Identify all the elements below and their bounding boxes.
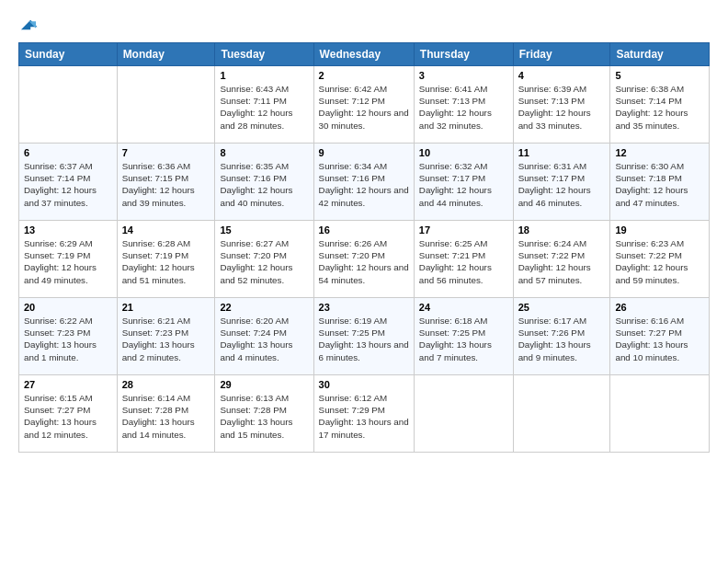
day-info: Sunrise: 6:41 AM Sunset: 7:13 PM Dayligh…	[419, 83, 508, 132]
calendar-header-friday: Friday	[513, 43, 610, 66]
day-number: 8	[220, 147, 308, 158]
day-info: Sunrise: 6:43 AM Sunset: 7:11 PM Dayligh…	[220, 83, 308, 132]
day-info: Sunrise: 6:38 AM Sunset: 7:14 PM Dayligh…	[615, 83, 704, 132]
day-info: Sunrise: 6:39 AM Sunset: 7:13 PM Dayligh…	[518, 83, 606, 132]
day-number: 18	[518, 224, 606, 236]
day-number: 27	[24, 379, 112, 390]
calendar-cell: 14Sunrise: 6:28 AM Sunset: 7:19 PM Dayli…	[117, 221, 215, 298]
day-info: Sunrise: 6:42 AM Sunset: 7:12 PM Dayligh…	[319, 83, 409, 132]
day-number: 30	[319, 379, 409, 390]
calendar-header-saturday: Saturday	[610, 43, 710, 66]
calendar-cell: 17Sunrise: 6:25 AM Sunset: 7:21 PM Dayli…	[414, 221, 513, 298]
calendar-week-row: 20Sunrise: 6:22 AM Sunset: 7:23 PM Dayli…	[19, 298, 710, 375]
day-number: 22	[220, 302, 308, 313]
day-number: 9	[319, 147, 409, 158]
calendar-cell: 29Sunrise: 6:13 AM Sunset: 7:28 PM Dayli…	[215, 375, 313, 453]
day-number: 13	[24, 224, 112, 236]
day-number: 25	[518, 302, 606, 313]
day-number: 5	[615, 70, 704, 81]
day-number: 20	[24, 302, 112, 313]
day-info: Sunrise: 6:16 AM Sunset: 7:27 PM Dayligh…	[615, 315, 704, 363]
day-info: Sunrise: 6:19 AM Sunset: 7:25 PM Dayligh…	[319, 315, 409, 363]
day-number: 29	[220, 379, 308, 390]
calendar-cell: 19Sunrise: 6:23 AM Sunset: 7:22 PM Dayli…	[610, 221, 710, 298]
calendar-cell: 8Sunrise: 6:35 AM Sunset: 7:16 PM Daylig…	[215, 144, 313, 221]
day-info: Sunrise: 6:37 AM Sunset: 7:14 PM Dayligh…	[24, 160, 112, 209]
day-info: Sunrise: 6:24 AM Sunset: 7:22 PM Dayligh…	[518, 237, 606, 286]
day-info: Sunrise: 6:22 AM Sunset: 7:23 PM Dayligh…	[24, 315, 112, 363]
day-number: 12	[615, 147, 704, 158]
day-info: Sunrise: 6:20 AM Sunset: 7:24 PM Dayligh…	[220, 315, 308, 363]
calendar-cell: 7Sunrise: 6:36 AM Sunset: 7:15 PM Daylig…	[117, 144, 215, 221]
calendar-cell: 30Sunrise: 6:12 AM Sunset: 7:29 PM Dayli…	[313, 375, 414, 453]
calendar-cell: 21Sunrise: 6:21 AM Sunset: 7:23 PM Dayli…	[117, 298, 215, 375]
calendar-cell: 11Sunrise: 6:31 AM Sunset: 7:17 PM Dayli…	[513, 144, 610, 221]
calendar-cell	[414, 375, 513, 453]
day-info: Sunrise: 6:12 AM Sunset: 7:29 PM Dayligh…	[319, 392, 409, 441]
day-info: Sunrise: 6:23 AM Sunset: 7:22 PM Dayligh…	[615, 237, 704, 286]
day-info: Sunrise: 6:34 AM Sunset: 7:16 PM Dayligh…	[319, 160, 409, 209]
calendar-cell: 24Sunrise: 6:18 AM Sunset: 7:25 PM Dayli…	[414, 298, 513, 375]
day-number: 17	[419, 224, 508, 236]
day-info: Sunrise: 6:13 AM Sunset: 7:28 PM Dayligh…	[220, 392, 308, 441]
calendar-cell: 26Sunrise: 6:16 AM Sunset: 7:27 PM Dayli…	[610, 298, 710, 375]
day-info: Sunrise: 6:28 AM Sunset: 7:19 PM Dayligh…	[122, 237, 210, 286]
day-number: 24	[419, 302, 508, 313]
day-info: Sunrise: 6:36 AM Sunset: 7:15 PM Dayligh…	[122, 160, 210, 209]
calendar-week-row: 1Sunrise: 6:43 AM Sunset: 7:11 PM Daylig…	[19, 66, 710, 144]
calendar-cell: 13Sunrise: 6:29 AM Sunset: 7:19 PM Dayli…	[19, 221, 118, 298]
calendar-cell: 22Sunrise: 6:20 AM Sunset: 7:24 PM Dayli…	[215, 298, 313, 375]
day-number: 23	[319, 302, 409, 313]
calendar-cell: 25Sunrise: 6:17 AM Sunset: 7:26 PM Dayli…	[513, 298, 610, 375]
day-number: 6	[24, 147, 112, 158]
calendar-header-row: SundayMondayTuesdayWednesdayThursdayFrid…	[19, 43, 710, 66]
calendar-cell: 16Sunrise: 6:26 AM Sunset: 7:20 PM Dayli…	[313, 221, 414, 298]
day-number: 1	[220, 70, 308, 81]
calendar-cell: 6Sunrise: 6:37 AM Sunset: 7:14 PM Daylig…	[19, 144, 118, 221]
day-info: Sunrise: 6:32 AM Sunset: 7:17 PM Dayligh…	[419, 160, 508, 209]
header	[18, 15, 710, 35]
page: SundayMondayTuesdayWednesdayThursdayFrid…	[0, 0, 728, 563]
logo	[18, 15, 42, 35]
calendar-cell: 12Sunrise: 6:30 AM Sunset: 7:18 PM Dayli…	[610, 144, 710, 221]
day-info: Sunrise: 6:27 AM Sunset: 7:20 PM Dayligh…	[220, 237, 308, 286]
calendar-header-sunday: Sunday	[19, 43, 118, 66]
day-number: 7	[122, 147, 210, 158]
calendar-cell: 27Sunrise: 6:15 AM Sunset: 7:27 PM Dayli…	[19, 375, 118, 453]
calendar-cell: 18Sunrise: 6:24 AM Sunset: 7:22 PM Dayli…	[513, 221, 610, 298]
day-number: 4	[518, 70, 606, 81]
day-number: 19	[615, 224, 704, 236]
calendar-header-monday: Monday	[117, 43, 215, 66]
calendar-header-wednesday: Wednesday	[313, 43, 414, 66]
calendar-cell: 3Sunrise: 6:41 AM Sunset: 7:13 PM Daylig…	[414, 66, 513, 144]
day-info: Sunrise: 6:17 AM Sunset: 7:26 PM Dayligh…	[518, 315, 606, 363]
calendar-cell	[117, 66, 215, 144]
day-info: Sunrise: 6:29 AM Sunset: 7:19 PM Dayligh…	[24, 237, 112, 286]
calendar-table: SundayMondayTuesdayWednesdayThursdayFrid…	[18, 42, 710, 453]
day-info: Sunrise: 6:18 AM Sunset: 7:25 PM Dayligh…	[419, 315, 508, 363]
day-info: Sunrise: 6:26 AM Sunset: 7:20 PM Dayligh…	[319, 237, 409, 286]
calendar-cell: 23Sunrise: 6:19 AM Sunset: 7:25 PM Dayli…	[313, 298, 414, 375]
day-number: 28	[122, 379, 210, 390]
day-number: 26	[615, 302, 704, 313]
calendar-cell	[19, 66, 118, 144]
calendar-week-row: 6Sunrise: 6:37 AM Sunset: 7:14 PM Daylig…	[19, 144, 710, 221]
day-info: Sunrise: 6:25 AM Sunset: 7:21 PM Dayligh…	[419, 237, 508, 286]
calendar-cell	[513, 375, 610, 453]
day-number: 15	[220, 224, 308, 236]
day-info: Sunrise: 6:31 AM Sunset: 7:17 PM Dayligh…	[518, 160, 606, 209]
day-number: 2	[319, 70, 409, 81]
day-info: Sunrise: 6:15 AM Sunset: 7:27 PM Dayligh…	[24, 392, 112, 441]
logo-icon	[18, 15, 39, 35]
day-info: Sunrise: 6:21 AM Sunset: 7:23 PM Dayligh…	[122, 315, 210, 363]
calendar-cell: 2Sunrise: 6:42 AM Sunset: 7:12 PM Daylig…	[313, 66, 414, 144]
calendar-cell	[610, 375, 710, 453]
calendar-cell: 4Sunrise: 6:39 AM Sunset: 7:13 PM Daylig…	[513, 66, 610, 144]
day-info: Sunrise: 6:35 AM Sunset: 7:16 PM Dayligh…	[220, 160, 308, 209]
calendar-week-row: 13Sunrise: 6:29 AM Sunset: 7:19 PM Dayli…	[19, 221, 710, 298]
calendar-cell: 15Sunrise: 6:27 AM Sunset: 7:20 PM Dayli…	[215, 221, 313, 298]
calendar-header-tuesday: Tuesday	[215, 43, 313, 66]
day-number: 21	[122, 302, 210, 313]
calendar-cell: 9Sunrise: 6:34 AM Sunset: 7:16 PM Daylig…	[313, 144, 414, 221]
day-number: 11	[518, 147, 606, 158]
